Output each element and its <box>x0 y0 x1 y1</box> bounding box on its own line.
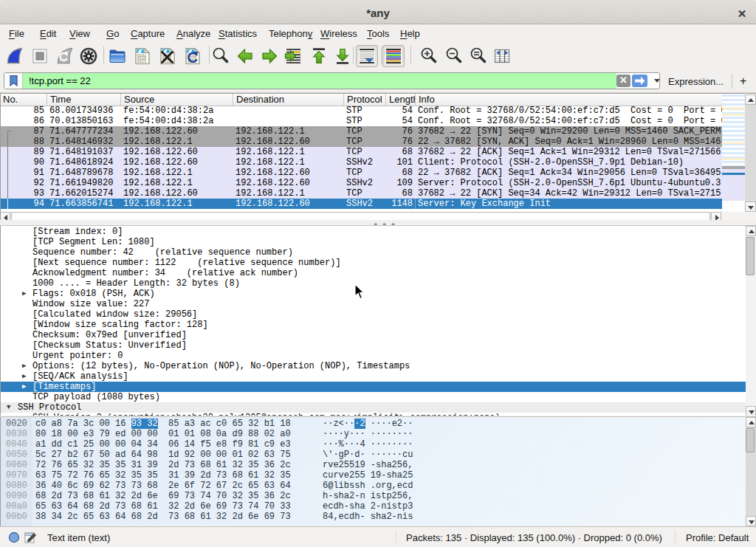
svg-text:0111: 0111 <box>137 60 146 64</box>
